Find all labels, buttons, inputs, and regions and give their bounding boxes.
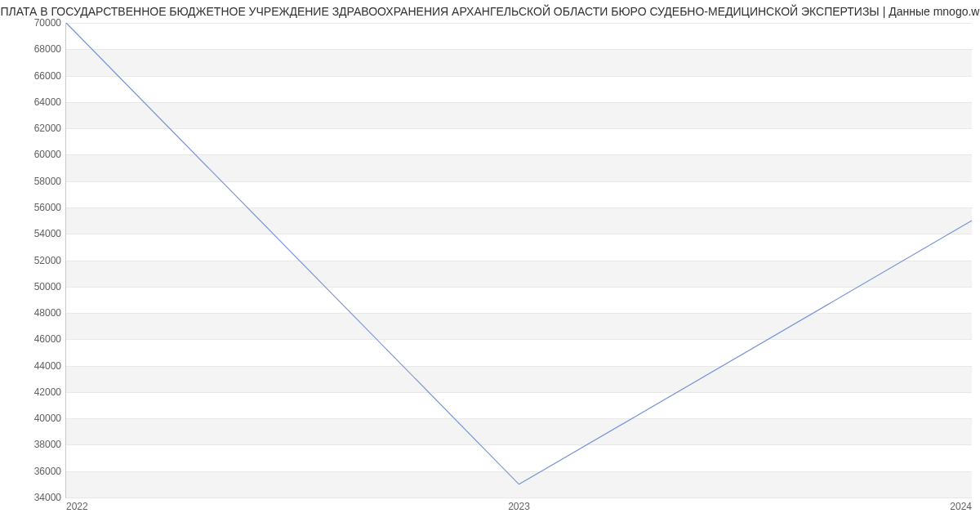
y-tick-label: 36000 (34, 466, 66, 477)
y-tick-label: 42000 (34, 386, 66, 398)
x-tick-label: 2022 (66, 498, 88, 512)
line-series-layer (66, 23, 972, 498)
y-tick-label: 54000 (34, 228, 66, 239)
y-tick-label: 44000 (34, 360, 66, 372)
y-tick-label: 68000 (34, 43, 66, 55)
y-tick-label: 66000 (34, 70, 66, 82)
y-tick-label: 46000 (34, 333, 66, 345)
x-tick-label: 2024 (950, 498, 972, 512)
y-tick-label: 60000 (34, 149, 66, 160)
chart-plot-area: 3400036000380004000042000440004600048000… (65, 23, 972, 498)
y-tick-label: 52000 (34, 255, 66, 266)
y-tick-label: 70000 (34, 17, 66, 29)
y-tick-label: 34000 (34, 492, 66, 503)
chart-title: ПЛАТА В ГОСУДАРСТВЕННОЕ БЮДЖЕТНОЕ УЧРЕЖД… (0, 3, 980, 20)
y-tick-label: 56000 (34, 202, 66, 213)
y-tick-label: 40000 (34, 413, 66, 424)
y-tick-label: 58000 (34, 176, 66, 187)
series-line (66, 23, 972, 484)
y-tick-label: 38000 (34, 439, 66, 450)
y-tick-label: 48000 (34, 307, 66, 319)
x-tick-label: 2023 (508, 498, 530, 512)
y-tick-label: 64000 (34, 96, 66, 108)
y-tick-label: 62000 (34, 123, 66, 134)
y-tick-label: 50000 (34, 281, 66, 292)
